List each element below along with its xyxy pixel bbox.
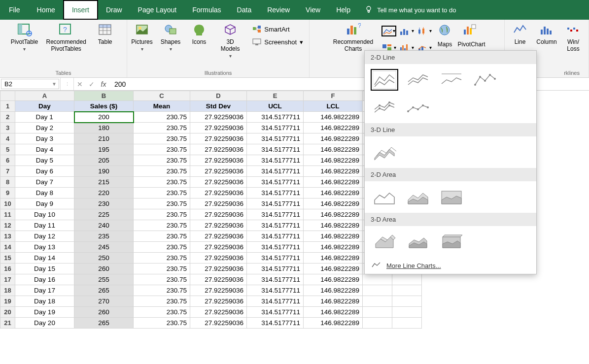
cell-C14[interactable]: 230.75	[134, 242, 190, 253]
cell-C20[interactable]: 230.75	[134, 307, 190, 318]
cell-K17[interactable]	[363, 274, 392, 285]
chart-line-100stacked-markers[interactable]	[404, 97, 432, 118]
btn-smartart[interactable]: SmartArt	[250, 24, 291, 34]
row-header-16[interactable]: 16	[0, 264, 15, 274]
chart-3d-area-100stacked[interactable]	[438, 231, 465, 253]
cell-D9[interactable]: 27.92259036	[190, 188, 247, 199]
tab-view[interactable]: View	[298, 0, 328, 20]
cell-B20[interactable]: 260	[74, 307, 134, 318]
cell-F16[interactable]: 146.9822289	[304, 264, 363, 274]
btn-table[interactable]: Table	[94, 22, 116, 45]
cell-K18[interactable]	[363, 285, 392, 296]
more-line-charts[interactable]: More Line Charts...	[365, 258, 536, 274]
cell-F5[interactable]: 146.9822289	[304, 144, 363, 155]
btn-pivot-chart[interactable]	[457, 24, 482, 38]
row-header-1[interactable]: 1	[0, 101, 15, 112]
cell-A15[interactable]: Day 14	[15, 253, 74, 264]
cell-D15[interactable]: 27.92259036	[190, 253, 247, 264]
btn-rec-charts[interactable]: ? Recommended Charts	[328, 22, 378, 52]
cell-B19[interactable]: 270	[74, 296, 134, 307]
cell-C19[interactable]: 230.75	[134, 296, 190, 307]
row-header-19[interactable]: 19	[0, 296, 15, 307]
cell-B5[interactable]: 195	[74, 144, 134, 155]
chart-3d-line[interactable]	[371, 141, 398, 163]
cell-B18[interactable]: 265	[74, 285, 134, 296]
cell-C21[interactable]: 230.75	[134, 318, 190, 329]
btn-3d-models[interactable]: 3D Models▾	[217, 22, 243, 59]
chart-line-basic[interactable]	[371, 69, 398, 91]
cell-K19[interactable]	[363, 296, 392, 307]
btn-insert-stat-chart[interactable]: ▾	[417, 26, 432, 36]
col-header-C[interactable]: C	[134, 91, 190, 101]
cell-B7[interactable]: 190	[74, 166, 134, 177]
cell-A19[interactable]: Day 18	[15, 296, 74, 307]
cell-C1[interactable]: Mean	[134, 101, 190, 112]
cell-F7[interactable]: 146.9822289	[304, 166, 363, 177]
tab-review[interactable]: Review	[259, 0, 298, 20]
name-box[interactable]: B2 ▼	[1, 79, 59, 89]
cell-A16[interactable]: Day 15	[15, 264, 74, 274]
row-header-2[interactable]: 2	[0, 112, 15, 123]
row-header-13[interactable]: 13	[0, 231, 15, 242]
cell-E6[interactable]: 314.5177711	[247, 155, 304, 166]
row-header-12[interactable]: 12	[0, 220, 15, 231]
cell-K20[interactable]	[363, 307, 392, 318]
cell-E2[interactable]: 314.5177711	[247, 112, 304, 123]
cell-B9[interactable]: 220	[74, 188, 134, 199]
cell-D11[interactable]: 27.92259036	[190, 209, 247, 220]
cell-E3[interactable]: 314.5177711	[247, 123, 304, 133]
cell-C5[interactable]: 230.75	[134, 144, 190, 155]
cell-F17[interactable]: 146.9822289	[304, 274, 363, 285]
cell-K21[interactable]	[363, 318, 392, 329]
cell-E14[interactable]: 314.5177711	[247, 242, 304, 253]
btn-icons[interactable]: Icons	[188, 22, 210, 45]
cell-F4[interactable]: 146.9822289	[304, 133, 363, 144]
cell-E5[interactable]: 314.5177711	[247, 144, 304, 155]
tab-formulas[interactable]: Formulas	[184, 0, 229, 20]
cell-D1[interactable]: Std Dev	[190, 101, 247, 112]
cell-C3[interactable]: 230.75	[134, 123, 190, 133]
row-header-14[interactable]: 14	[0, 242, 15, 253]
cell-D14[interactable]: 27.92259036	[190, 242, 247, 253]
cell-A20[interactable]: Day 19	[15, 307, 74, 318]
cell-D20[interactable]: 27.92259036	[190, 307, 247, 318]
btn-pivot-table[interactable]: PivotTable▾	[11, 22, 38, 52]
tell-me[interactable]: Tell me what you want to do	[364, 5, 456, 15]
cell-L18[interactable]	[392, 285, 422, 296]
chart-area-stacked[interactable]	[404, 186, 432, 208]
btn-maps[interactable]	[435, 24, 454, 38]
chart-3d-area[interactable]	[371, 231, 398, 253]
cell-C10[interactable]: 230.75	[134, 199, 190, 209]
row-header-21[interactable]: 21	[0, 318, 15, 329]
cell-E9[interactable]: 314.5177711	[247, 188, 304, 199]
fx-btn[interactable]: fx	[98, 78, 109, 90]
cell-C9[interactable]: 230.75	[134, 188, 190, 199]
cell-D18[interactable]: 27.92259036	[190, 285, 247, 296]
row-header-4[interactable]: 4	[0, 133, 15, 144]
cell-C13[interactable]: 230.75	[134, 231, 190, 242]
enter-btn[interactable]: ✓	[86, 78, 98, 90]
cell-A4[interactable]: Day 3	[15, 133, 74, 144]
tab-insert[interactable]: Insert	[63, 0, 98, 20]
cell-E12[interactable]: 314.5177711	[247, 220, 304, 231]
cell-F15[interactable]: 146.9822289	[304, 253, 363, 264]
cell-D3[interactable]: 27.92259036	[190, 123, 247, 133]
tab-home[interactable]: Home	[29, 0, 63, 20]
tab-data[interactable]: Data	[229, 0, 260, 20]
col-header-E[interactable]: E	[247, 91, 304, 101]
cell-F3[interactable]: 146.9822289	[304, 123, 363, 133]
cell-E16[interactable]: 314.5177711	[247, 264, 304, 274]
cell-D17[interactable]: 27.92259036	[190, 274, 247, 285]
cell-F19[interactable]: 146.9822289	[304, 296, 363, 307]
chart-line-stacked[interactable]	[404, 69, 432, 91]
cell-B21[interactable]: 265	[74, 318, 134, 329]
cell-C15[interactable]: 230.75	[134, 253, 190, 264]
row-header-9[interactable]: 9	[0, 188, 15, 199]
col-header-F[interactable]: F	[304, 91, 363, 101]
btn-spark-column[interactable]: Column	[536, 22, 557, 45]
cell-D7[interactable]: 27.92259036	[190, 166, 247, 177]
cell-F1[interactable]: LCL	[304, 101, 363, 112]
cell-C18[interactable]: 230.75	[134, 285, 190, 296]
cell-B17[interactable]: 255	[74, 274, 134, 285]
cell-D8[interactable]: 27.92259036	[190, 177, 247, 188]
